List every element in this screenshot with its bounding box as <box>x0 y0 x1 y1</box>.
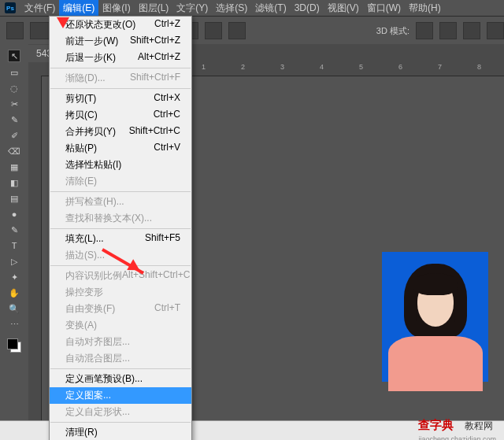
lasso-tool[interactable]: ◌ <box>9 83 20 94</box>
menu-filter[interactable]: 滤镜(T) <box>251 0 290 17</box>
text-tool[interactable]: T <box>9 240 20 251</box>
mi-undo[interactable]: 还原状态更改(O)Ctrl+Z <box>50 17 191 33</box>
mi-cut[interactable]: 剪切(T)Ctrl+X <box>50 91 191 107</box>
eraser-tool[interactable]: ⌫ <box>9 146 20 157</box>
watermark-url: jiaocheng.chazidian.com <box>418 435 496 441</box>
history-brush-tool[interactable]: ▤ <box>9 193 20 204</box>
mi-copy[interactable]: 拷贝(C)Ctrl+C <box>50 107 191 124</box>
option-btn-9[interactable] <box>228 22 246 39</box>
menu-3d[interactable]: 3D(D) <box>291 1 324 15</box>
menubar: Ps 文件(F) 编辑(E) 图像(I) 图层(L) 文字(Y) 选择(S) 滤… <box>0 0 504 17</box>
move-tool[interactable]: ↖ <box>8 50 20 62</box>
mi-fade: 渐隐(D)...Shift+Ctrl+F <box>50 70 191 87</box>
mi-step-forward[interactable]: 前进一步(W)Shift+Ctrl+Z <box>50 33 191 50</box>
ruler-vertical <box>28 76 42 421</box>
color-swatch[interactable] <box>7 338 21 353</box>
mi-spell: 拼写检查(H)... <box>50 194 191 210</box>
menu-file[interactable]: 文件(F) <box>20 0 59 17</box>
tool-preset-picker[interactable] <box>6 22 24 39</box>
hand-tool[interactable]: ✋ <box>9 287 20 298</box>
mi-define-pattern[interactable]: 定义图案... <box>50 387 191 404</box>
brush-tool[interactable]: ✐ <box>9 130 20 141</box>
menu-edit[interactable]: 编辑(E) <box>59 0 98 17</box>
crop-tool[interactable]: ✂ <box>9 98 20 109</box>
mi-content-aware-scale: 内容识别比例Alt+Shift+Ctrl+C <box>50 268 191 284</box>
tools-panel: ↖ ▭ ◌ ✂ ✎ ✐ ⌫ ▦ ◧ ▤ ● ✎ T ▷ ✦ ✋ 🔍 ⋯ <box>0 44 29 421</box>
menu-help[interactable]: 帮助(H) <box>405 0 445 17</box>
edit-menu-dropdown: 还原状态更改(O)Ctrl+Z 前进一步(W)Shift+Ctrl+Z 后退一步… <box>49 16 192 440</box>
menu-view[interactable]: 视图(V) <box>324 0 363 17</box>
mi-step-backward[interactable]: 后退一步(K)Alt+Ctrl+Z <box>50 50 191 66</box>
mi-paste-special[interactable]: 选择性粘贴(I) <box>50 157 191 173</box>
stamp-tool[interactable]: ◧ <box>9 177 20 188</box>
mode-3d-btn-2[interactable] <box>439 22 457 39</box>
menu-layer[interactable]: 图层(L) <box>135 0 173 17</box>
path-tool[interactable]: ▷ <box>9 256 20 267</box>
watermark-suffix: 教程网 <box>465 420 493 431</box>
mode-3d-btn-3[interactable] <box>463 22 480 39</box>
mode-3d-btn-1[interactable] <box>416 22 433 39</box>
pen-tool[interactable]: ✎ <box>9 224 20 235</box>
annotation-arrow-1 <box>57 17 69 35</box>
zoom-tool[interactable]: 🔍 <box>9 303 20 314</box>
shape-tool[interactable]: ✦ <box>9 272 20 283</box>
gradient-tool[interactable]: ▦ <box>9 161 20 172</box>
option-btn-8[interactable] <box>205 22 222 39</box>
marquee-tool[interactable]: ▭ <box>9 67 20 78</box>
mode-3d-btn-4[interactable] <box>487 22 504 39</box>
mi-auto-align: 自动对齐图层... <box>50 334 191 350</box>
menu-window[interactable]: 窗口(W) <box>363 0 405 17</box>
mi-transform: 变换(A) <box>50 317 191 334</box>
mi-auto-blend: 自动混合图层... <box>50 350 191 367</box>
mi-fill[interactable]: 填充(L)...Shift+F5 <box>50 231 191 247</box>
mi-find-replace: 查找和替换文本(X)... <box>50 210 191 227</box>
menu-image[interactable]: 图像(I) <box>98 0 134 17</box>
app-logo: Ps <box>5 2 16 13</box>
mi-define-shape: 定义自定形状... <box>50 404 191 420</box>
portrait-image <box>400 264 471 338</box>
mi-paste[interactable]: 粘贴(P)Ctrl+V <box>50 140 191 157</box>
dodge-tool[interactable]: ● <box>9 209 20 220</box>
menu-text[interactable]: 文字(Y) <box>172 0 212 17</box>
mi-copy-merged[interactable]: 合并拷贝(Y)Shift+Ctrl+C <box>50 124 191 140</box>
menu-select[interactable]: 选择(S) <box>212 0 251 17</box>
more-tools[interactable]: ⋯ <box>9 319 20 330</box>
watermark-brand: 查字典 <box>418 418 454 431</box>
canvas[interactable] <box>382 252 488 382</box>
mi-define-brush[interactable]: 定义画笔预设(B)... <box>50 371 191 387</box>
mi-clear: 清除(E) <box>50 173 191 190</box>
mode-3d-label: 3D 模式: <box>376 25 410 37</box>
eyedropper-tool[interactable]: ✎ <box>9 114 20 125</box>
mi-free-transform: 自由变换(F)Ctrl+T <box>50 301 191 317</box>
mi-purge[interactable]: 清理(R) <box>50 424 191 440</box>
mi-puppet-warp: 操控变形 <box>50 284 191 301</box>
